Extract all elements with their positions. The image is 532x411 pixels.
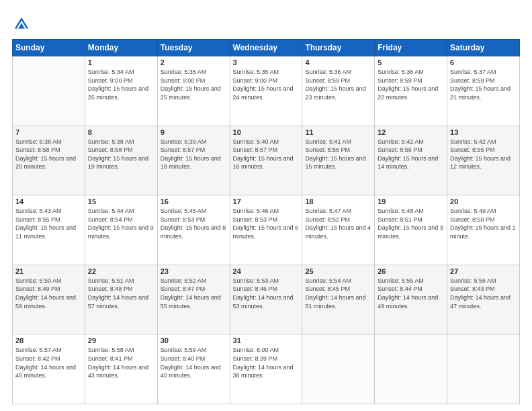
day-number: 23 xyxy=(161,267,227,275)
calendar-cell: 26Sunrise: 5:55 AM Sunset: 8:44 PM Dayli… xyxy=(375,265,447,334)
calendar-cell: 19Sunrise: 5:48 AM Sunset: 8:51 PM Dayli… xyxy=(375,195,447,265)
day-info: Sunrise: 5:42 AM Sunset: 8:55 PM Dayligh… xyxy=(450,138,517,171)
day-number: 22 xyxy=(88,267,154,275)
day-number: 7 xyxy=(15,128,82,136)
day-number: 1 xyxy=(88,58,154,66)
day-info: Sunrise: 5:53 AM Sunset: 8:46 PM Dayligh… xyxy=(233,277,300,310)
calendar-cell: 29Sunrise: 5:58 AM Sunset: 8:41 PM Dayli… xyxy=(85,334,157,404)
calendar-cell: 5Sunrise: 5:36 AM Sunset: 8:59 PM Daylig… xyxy=(375,56,447,126)
weekday-header-saturday: Saturday xyxy=(447,40,520,56)
day-number: 14 xyxy=(15,197,82,205)
calendar-cell xyxy=(302,334,375,404)
day-number: 10 xyxy=(233,128,300,136)
day-number: 2 xyxy=(161,58,227,66)
calendar-cell: 8Sunrise: 5:38 AM Sunset: 8:58 PM Daylig… xyxy=(85,126,157,195)
calendar-cell: 17Sunrise: 5:46 AM Sunset: 8:53 PM Dayli… xyxy=(230,195,302,265)
page: SundayMondayTuesdayWednesdayThursdayFrid… xyxy=(0,0,532,411)
day-info: Sunrise: 5:55 AM Sunset: 8:44 PM Dayligh… xyxy=(378,277,444,310)
day-info: Sunrise: 5:52 AM Sunset: 8:47 PM Dayligh… xyxy=(161,277,227,310)
calendar-cell: 31Sunrise: 6:00 AM Sunset: 8:39 PM Dayli… xyxy=(230,334,302,404)
logo-icon xyxy=(12,15,31,34)
day-info: Sunrise: 5:43 AM Sunset: 8:55 PM Dayligh… xyxy=(15,207,82,240)
logo xyxy=(12,15,32,34)
day-info: Sunrise: 5:46 AM Sunset: 8:53 PM Dayligh… xyxy=(233,207,300,240)
calendar-cell xyxy=(13,56,85,126)
day-info: Sunrise: 5:58 AM Sunset: 8:41 PM Dayligh… xyxy=(88,346,154,379)
calendar-cell: 24Sunrise: 5:53 AM Sunset: 8:46 PM Dayli… xyxy=(230,265,302,334)
day-number: 27 xyxy=(450,267,517,275)
day-number: 17 xyxy=(233,197,300,205)
day-number: 28 xyxy=(15,336,82,345)
day-number: 26 xyxy=(378,267,444,275)
day-info: Sunrise: 5:36 AM Sunset: 8:59 PM Dayligh… xyxy=(378,68,444,101)
day-number: 18 xyxy=(305,197,371,205)
calendar-cell: 15Sunrise: 5:44 AM Sunset: 8:54 PM Dayli… xyxy=(85,195,157,265)
weekday-header-tuesday: Tuesday xyxy=(157,40,230,56)
day-info: Sunrise: 5:38 AM Sunset: 8:58 PM Dayligh… xyxy=(15,138,82,171)
day-info: Sunrise: 5:34 AM Sunset: 9:00 PM Dayligh… xyxy=(88,68,154,101)
calendar-cell: 13Sunrise: 5:42 AM Sunset: 8:55 PM Dayli… xyxy=(447,126,520,195)
calendar-cell: 18Sunrise: 5:47 AM Sunset: 8:52 PM Dayli… xyxy=(302,195,375,265)
day-info: Sunrise: 5:37 AM Sunset: 8:59 PM Dayligh… xyxy=(450,68,517,101)
day-number: 30 xyxy=(161,336,227,345)
day-number: 5 xyxy=(378,58,444,66)
day-number: 31 xyxy=(233,336,300,345)
calendar-cell: 23Sunrise: 5:52 AM Sunset: 8:47 PM Dayli… xyxy=(157,265,230,334)
day-info: Sunrise: 5:48 AM Sunset: 8:51 PM Dayligh… xyxy=(378,207,444,240)
day-number: 15 xyxy=(88,197,154,205)
day-info: Sunrise: 5:40 AM Sunset: 8:57 PM Dayligh… xyxy=(233,138,300,171)
day-number: 11 xyxy=(305,128,371,136)
calendar-cell: 22Sunrise: 5:51 AM Sunset: 8:48 PM Dayli… xyxy=(85,265,157,334)
weekday-header-row: SundayMondayTuesdayWednesdayThursdayFrid… xyxy=(13,40,520,56)
calendar-cell: 12Sunrise: 5:42 AM Sunset: 8:56 PM Dayli… xyxy=(375,126,447,195)
day-number: 20 xyxy=(450,197,517,205)
day-number: 24 xyxy=(233,267,300,275)
calendar-week-row: 1Sunrise: 5:34 AM Sunset: 9:00 PM Daylig… xyxy=(13,56,520,126)
day-info: Sunrise: 5:47 AM Sunset: 8:52 PM Dayligh… xyxy=(305,207,371,240)
day-info: Sunrise: 5:35 AM Sunset: 9:00 PM Dayligh… xyxy=(161,68,227,101)
day-number: 3 xyxy=(233,58,300,66)
day-number: 25 xyxy=(305,267,371,275)
day-info: Sunrise: 5:59 AM Sunset: 8:40 PM Dayligh… xyxy=(161,346,227,379)
header xyxy=(12,12,520,34)
day-info: Sunrise: 5:50 AM Sunset: 8:49 PM Dayligh… xyxy=(15,277,82,310)
day-number: 29 xyxy=(88,336,154,345)
calendar-cell: 2Sunrise: 5:35 AM Sunset: 9:00 PM Daylig… xyxy=(157,56,230,126)
day-number: 13 xyxy=(450,128,517,136)
weekday-header-friday: Friday xyxy=(375,40,447,56)
day-number: 6 xyxy=(450,58,517,66)
day-info: Sunrise: 5:36 AM Sunset: 8:59 PM Dayligh… xyxy=(305,68,371,101)
day-info: Sunrise: 5:56 AM Sunset: 8:43 PM Dayligh… xyxy=(450,277,517,310)
calendar-cell xyxy=(447,334,520,404)
day-info: Sunrise: 5:38 AM Sunset: 8:58 PM Dayligh… xyxy=(88,138,154,171)
day-number: 12 xyxy=(378,128,444,136)
day-info: Sunrise: 5:35 AM Sunset: 9:00 PM Dayligh… xyxy=(233,68,300,101)
day-number: 8 xyxy=(88,128,154,136)
calendar-week-row: 7Sunrise: 5:38 AM Sunset: 8:58 PM Daylig… xyxy=(13,126,520,195)
calendar-cell: 6Sunrise: 5:37 AM Sunset: 8:59 PM Daylig… xyxy=(447,56,520,126)
calendar-cell: 3Sunrise: 5:35 AM Sunset: 9:00 PM Daylig… xyxy=(230,56,302,126)
calendar-cell: 21Sunrise: 5:50 AM Sunset: 8:49 PM Dayli… xyxy=(13,265,85,334)
calendar-cell: 27Sunrise: 5:56 AM Sunset: 8:43 PM Dayli… xyxy=(447,265,520,334)
calendar-cell: 7Sunrise: 5:38 AM Sunset: 8:58 PM Daylig… xyxy=(13,126,85,195)
calendar-week-row: 21Sunrise: 5:50 AM Sunset: 8:49 PM Dayli… xyxy=(13,265,520,334)
weekday-header-thursday: Thursday xyxy=(302,40,375,56)
calendar-cell: 1Sunrise: 5:34 AM Sunset: 9:00 PM Daylig… xyxy=(85,56,157,126)
calendar-cell: 28Sunrise: 5:57 AM Sunset: 8:42 PM Dayli… xyxy=(13,334,85,404)
day-number: 4 xyxy=(305,58,371,66)
day-number: 19 xyxy=(378,197,444,205)
day-info: Sunrise: 5:54 AM Sunset: 8:45 PM Dayligh… xyxy=(305,277,371,310)
calendar-cell: 14Sunrise: 5:43 AM Sunset: 8:55 PM Dayli… xyxy=(13,195,85,265)
day-info: Sunrise: 6:00 AM Sunset: 8:39 PM Dayligh… xyxy=(233,346,300,379)
calendar-cell: 11Sunrise: 5:41 AM Sunset: 8:56 PM Dayli… xyxy=(302,126,375,195)
calendar-cell: 4Sunrise: 5:36 AM Sunset: 8:59 PM Daylig… xyxy=(302,56,375,126)
day-info: Sunrise: 5:57 AM Sunset: 8:42 PM Dayligh… xyxy=(15,346,82,379)
calendar-cell xyxy=(375,334,447,404)
day-info: Sunrise: 5:51 AM Sunset: 8:48 PM Dayligh… xyxy=(88,277,154,310)
calendar-cell: 20Sunrise: 5:49 AM Sunset: 8:50 PM Dayli… xyxy=(447,195,520,265)
day-number: 16 xyxy=(161,197,227,205)
day-info: Sunrise: 5:44 AM Sunset: 8:54 PM Dayligh… xyxy=(88,207,154,240)
day-info: Sunrise: 5:41 AM Sunset: 8:56 PM Dayligh… xyxy=(305,138,371,171)
day-info: Sunrise: 5:49 AM Sunset: 8:50 PM Dayligh… xyxy=(450,207,517,240)
calendar-cell: 16Sunrise: 5:45 AM Sunset: 8:53 PM Dayli… xyxy=(157,195,230,265)
